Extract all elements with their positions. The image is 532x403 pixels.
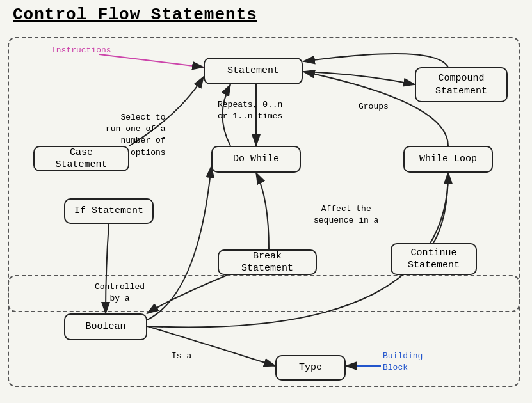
node-continue-statement: ContinueStatement — [391, 243, 477, 275]
node-boolean: Boolean — [64, 313, 147, 340]
node-do-while: Do While — [211, 146, 301, 173]
node-type: Type — [275, 355, 346, 381]
label-groups: Groups — [359, 101, 389, 113]
label-is-a: Is a — [172, 351, 191, 362]
page-title: Control Flow Statements — [13, 5, 257, 24]
label-affect: Affect thesequence in a — [314, 203, 378, 226]
node-break-statement: Break Statement — [218, 249, 317, 275]
node-if-statement: If Statement — [64, 198, 154, 224]
node-statement: Statement — [204, 58, 303, 84]
node-while-loop: While Loop — [403, 146, 493, 173]
label-repeats: Repeats, 0..nor 1..n times — [218, 99, 282, 122]
label-instructions: Instructions — [51, 45, 111, 56]
label-controlled-by: Controlledby a — [95, 281, 145, 304]
label-building-block: BuildingBlock — [383, 351, 423, 374]
node-compound-statement: CompoundStatement — [415, 67, 508, 102]
diagram-container: Control Flow Statements — [0, 0, 532, 403]
node-case-statement: Case Statement — [33, 146, 129, 171]
